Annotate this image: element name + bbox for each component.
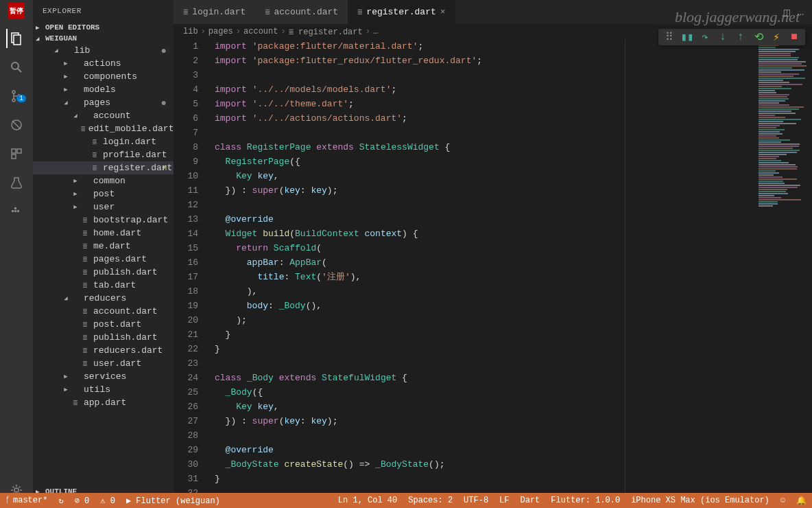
docker-icon[interactable] — [7, 202, 26, 221]
svg-rect-13 — [14, 210, 16, 212]
app-logo: 暂停 — [8, 3, 25, 19]
activity-bar: 暂停 1 — [0, 0, 33, 508]
svg-rect-1 — [14, 35, 21, 45]
status-run[interactable]: ▶ Flutter (weiguan) — [126, 496, 220, 506]
file-tree: ◢lib●▶actions▶components▶models◢pages●◢a… — [33, 44, 174, 486]
search-icon[interactable] — [7, 58, 26, 77]
file-pages.dart[interactable]: ≣pages.dart — [33, 253, 174, 266]
svg-point-5 — [12, 99, 15, 102]
file-publish.dart[interactable]: ≣publish.dart — [33, 331, 174, 344]
status-lang[interactable]: Dart — [521, 496, 540, 505]
folder-post[interactable]: ▶post — [33, 187, 174, 200]
debug-icon[interactable] — [7, 115, 26, 135]
debug-step-over-icon[interactable]: ↷ — [700, 32, 710, 43]
tab-account.dart[interactable]: ≣account.dart — [255, 0, 348, 24]
status-bell-icon[interactable]: 🔔 — [796, 496, 807, 506]
ruler — [625, 39, 625, 508]
file-user.dart[interactable]: ≣user.dart — [33, 357, 174, 370]
folder-components[interactable]: ▶components — [33, 70, 174, 83]
svg-rect-15 — [14, 207, 16, 209]
folder-services[interactable]: ▶services — [33, 370, 174, 383]
file-me.dart[interactable]: ≣me.dart — [33, 240, 174, 253]
folder-account[interactable]: ◢account — [33, 109, 174, 122]
breadcrumb-item[interactable]: … — [373, 27, 378, 36]
line-numbers: 1234567891011121314151617181920212223242… — [174, 39, 206, 508]
svg-rect-10 — [17, 149, 21, 153]
status-spaces[interactable]: Spaces: 2 — [408, 496, 453, 505]
file-bootstrap.dart[interactable]: ≣bootstrap.dart — [33, 213, 174, 227]
extensions-icon[interactable] — [7, 144, 26, 163]
watermark: blog.jaggerwang.net — [675, 8, 800, 26]
file-edit_mobile.dart[interactable]: ≣edit_mobile.dart — [33, 122, 174, 135]
status-bar: ᚶ master* ↻ ⊘ 0 ⚠ 0 ▶ Flutter (weiguan) … — [0, 493, 812, 508]
section-open-editors[interactable]: ▶OPEN EDITORS — [33, 22, 174, 33]
breadcrumb-item[interactable]: account — [243, 27, 278, 36]
file-register.dart[interactable]: ≣register.dartM — [33, 161, 174, 174]
status-eol[interactable]: LF — [499, 496, 509, 505]
svg-rect-12 — [12, 210, 14, 212]
folder-lib[interactable]: ◢lib● — [33, 44, 174, 57]
close-icon[interactable]: × — [440, 7, 446, 17]
file-publish.dart[interactable]: ≣publish.dart — [33, 266, 174, 279]
file-profile.dart[interactable]: ≣profile.dart — [33, 148, 174, 161]
svg-line-8 — [12, 121, 21, 129]
svg-rect-11 — [12, 154, 16, 159]
file-tab.dart[interactable]: ≣tab.dart — [33, 279, 174, 292]
status-encoding[interactable]: UTF-8 — [464, 496, 488, 505]
folder-pages[interactable]: ◢pages● — [33, 96, 174, 109]
file-account.dart[interactable]: ≣account.dart — [33, 305, 174, 318]
folder-actions[interactable]: ▶actions — [33, 57, 174, 70]
status-position[interactable]: Ln 1, Col 40 — [338, 496, 397, 505]
debug-restart-icon[interactable]: ⟲ — [753, 32, 764, 43]
status-device[interactable]: iPhone XS Max (ios Emulator) — [631, 496, 769, 505]
breadcrumb-item[interactable]: lib — [183, 27, 198, 36]
status-feedback-icon[interactable]: ☺ — [780, 496, 785, 505]
file-app.dart[interactable]: ≣app.dart — [33, 396, 174, 409]
folder-common[interactable]: ▶common — [33, 174, 174, 187]
file-post.dart[interactable]: ≣post.dart — [33, 318, 174, 331]
svg-point-16 — [14, 488, 19, 492]
folder-user[interactable]: ▶user — [33, 200, 174, 213]
file-reducers.dart[interactable]: ≣reducers.dart — [33, 344, 174, 357]
explorer-icon[interactable] — [6, 29, 25, 48]
sidebar: EXPLORER ▶OPEN EDITORS ◢WEIGUAN ◢lib●▶ac… — [33, 0, 174, 508]
debug-hot-icon[interactable]: ⚡ — [771, 32, 782, 43]
section-root[interactable]: ◢WEIGUAN — [33, 33, 174, 44]
breadcrumb-item[interactable]: pages — [208, 27, 233, 36]
breadcrumb-item[interactable]: ≣ register.dart — [289, 27, 363, 37]
debug-step-into-icon[interactable]: ↓ — [717, 32, 728, 43]
folder-utils[interactable]: ▶utils — [33, 383, 174, 396]
debug-toolbar: ⠿ ▮▮ ↷ ↓ ↑ ⟲ ⚡ ■ — [658, 29, 805, 45]
code-content[interactable]: import 'package:flutter/material.dart';i… — [206, 39, 757, 508]
folder-models[interactable]: ▶models — [33, 83, 174, 96]
svg-rect-9 — [12, 149, 16, 153]
file-home.dart[interactable]: ≣home.dart — [33, 227, 174, 240]
svg-point-2 — [12, 62, 19, 69]
tab-register.dart[interactable]: ≣register.dart× — [348, 0, 455, 24]
svg-rect-14 — [17, 210, 19, 212]
debug-stop-icon[interactable]: ■ — [789, 32, 800, 43]
status-sync[interactable]: ↻ — [58, 496, 63, 506]
status-warnings[interactable]: ⚠ 0 — [100, 496, 115, 506]
tab-login.dart[interactable]: ≣login.dart — [174, 0, 255, 24]
svg-point-4 — [12, 91, 15, 93]
folder-reducers[interactable]: ◢reducers — [33, 292, 174, 305]
editor-area: ≣login.dart≣account.dart≣register.dart×◫… — [174, 0, 812, 508]
editor: 1234567891011121314151617181920212223242… — [174, 39, 812, 508]
status-errors[interactable]: ⊘ 0 — [75, 496, 90, 506]
test-icon[interactable] — [7, 173, 26, 192]
svg-line-3 — [18, 69, 21, 72]
status-flutter[interactable]: Flutter: 1.0.0 — [551, 496, 620, 505]
debug-step-out-icon[interactable]: ↑ — [735, 32, 746, 43]
debug-drag-icon[interactable]: ⠿ — [664, 32, 675, 43]
sidebar-title: EXPLORER — [33, 0, 174, 22]
file-login.dart[interactable]: ≣login.dart — [33, 135, 174, 148]
debug-pause-icon[interactable]: ▮▮ — [682, 32, 693, 43]
source-control-icon[interactable]: 1 — [7, 86, 26, 106]
minimap[interactable] — [757, 39, 812, 508]
status-branch[interactable]: ᚶ master* — [5, 496, 47, 505]
